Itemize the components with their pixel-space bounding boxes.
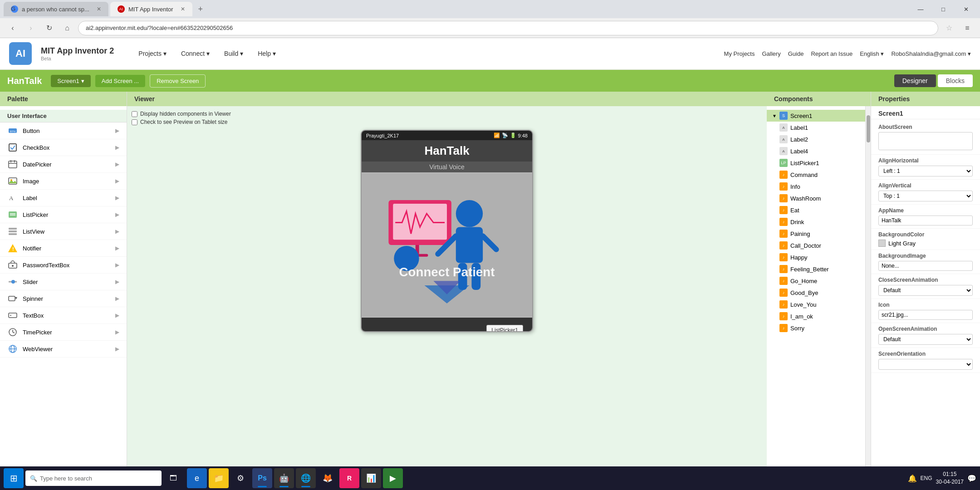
prop-icon-input[interactable]	[878, 310, 973, 320]
nav-build[interactable]: Build ▾	[218, 47, 250, 60]
label1-label: Label1	[790, 124, 808, 131]
hidden-components-checkbox[interactable]	[132, 111, 137, 117]
taskbar-app-firefox[interactable]: 🦊	[318, 468, 338, 488]
taskbar-notification-icon[interactable]: 💬	[967, 474, 976, 483]
comp-i-am-ok[interactable]: ♪ I_am_ok	[767, 310, 871, 322]
maximize-button[interactable]: □	[933, 2, 954, 16]
bookmark-button[interactable]: ☆	[942, 21, 956, 35]
palette-expand-notifier: ▶	[115, 245, 119, 251]
my-projects-link[interactable]: My Projects	[724, 50, 755, 57]
screen1-button[interactable]: Screen1 ▾	[51, 75, 90, 87]
remove-screen-button[interactable]: Remove Screen	[150, 74, 206, 88]
prop-screen-orient-select[interactable]	[878, 359, 973, 370]
language-selector[interactable]: English ▾	[860, 50, 884, 57]
comp-listpicker1[interactable]: LP ListPicker1	[767, 157, 871, 169]
comp-paining[interactable]: ♪ Paining	[767, 228, 871, 240]
prop-open-anim-select[interactable]: Default	[878, 334, 973, 345]
task-view-btn[interactable]: 🗔	[163, 468, 183, 488]
start-button[interactable]: ⊞	[4, 468, 24, 488]
designer-button[interactable]: Designer	[894, 74, 936, 87]
comp-label1[interactable]: A Label1	[767, 122, 871, 133]
palette-item-datepicker[interactable]: DatePicker ▶	[0, 156, 127, 173]
palette-item-timepicker[interactable]: TimePicker ▶	[0, 324, 127, 341]
taskbar-app-ps[interactable]: Ps	[252, 468, 272, 488]
hidden-components-option[interactable]: Display hidden components in Viewer	[132, 111, 762, 117]
mit-nav: Projects ▾ Connect ▾ Build ▾ Help ▾	[132, 47, 282, 60]
taskbar-search[interactable]: 🔍 Type here to search	[25, 470, 162, 486]
home-button[interactable]: ⌂	[60, 21, 74, 35]
comp-eat[interactable]: ♪ Eat	[767, 204, 871, 216]
gallery-link[interactable]: Gallery	[762, 50, 780, 57]
report-issue-link[interactable]: Report an Issue	[811, 50, 853, 57]
nav-help[interactable]: Help ▾	[251, 47, 282, 60]
address-bar[interactable]: ai2.appinventor.mit.edu/?locale=en#66352…	[78, 21, 938, 35]
palette-item-webviewer[interactable]: WebViewer ▶	[0, 341, 127, 358]
palette-item-passwordtextbox[interactable]: PasswordTextBox ▶	[0, 257, 127, 274]
palette-item-listpicker[interactable]: ListPicker ▶	[0, 206, 127, 223]
prop-close-anim-select[interactable]: Default	[878, 285, 973, 296]
user-account[interactable]: RoboShalaIndia@gmail.com ▾	[891, 50, 971, 57]
tablet-preview-checkbox[interactable]	[132, 119, 137, 125]
comp-drink[interactable]: ♪ Drink	[767, 216, 871, 228]
prop-appname-input[interactable]	[878, 216, 973, 225]
reload-button[interactable]: ↻	[42, 21, 56, 35]
comp-sorry[interactable]: ♪ Sorry	[767, 322, 871, 334]
svg-rect-3	[9, 161, 17, 168]
scroll-indicator[interactable]	[865, 106, 871, 471]
nav-projects[interactable]: Projects ▾	[132, 47, 173, 60]
tab-inactive[interactable]: G a person who cannot sp... ✕	[4, 2, 108, 16]
comp-love-you[interactable]: ♪ Love_You	[767, 299, 871, 310]
palette-item-checkbox[interactable]: CheckBox ▶	[0, 139, 127, 156]
back-button[interactable]: ‹	[5, 21, 20, 35]
forward-button[interactable]: ›	[24, 21, 38, 35]
add-screen-button[interactable]: Add Screen ...	[95, 75, 145, 87]
taskbar-app-settings[interactable]: ⚙	[230, 468, 250, 488]
prop-bgimage-input[interactable]	[878, 261, 973, 271]
palette-item-button[interactable]: BTN Button ▶	[0, 122, 127, 139]
new-tab-button[interactable]: +	[194, 3, 207, 15]
comp-command[interactable]: ♪ Command	[767, 169, 871, 181]
taskbar-app-app3[interactable]: ▶	[383, 468, 403, 488]
taskbar-app-edge[interactable]: e	[187, 468, 207, 488]
taskbar-app-explorer[interactable]: 📁	[209, 468, 229, 488]
comp-screen1[interactable]: ▼ S screen1	[767, 110, 871, 122]
nav-connect[interactable]: Connect ▾	[175, 47, 216, 60]
palette-item-label[interactable]: A Label ▶	[0, 190, 127, 206]
palette-item-image[interactable]: Image ▶	[0, 173, 127, 190]
scroll-thumb[interactable]	[867, 115, 870, 142]
comp-feeling-better[interactable]: ♪ Feeling_Better	[767, 263, 871, 275]
prop-about-input[interactable]	[878, 132, 973, 150]
tab-active[interactable]: AI MIT App Inventor ✕	[110, 2, 192, 16]
close-button[interactable]: ✕	[956, 2, 976, 16]
guide-link[interactable]: Guide	[788, 50, 804, 57]
comp-label2[interactable]: A Label2	[767, 133, 871, 145]
palette-item-slider[interactable]: Slider ▶	[0, 274, 127, 290]
comp-label4[interactable]: A Label4	[767, 145, 871, 157]
comp-info[interactable]: ♪ Info	[767, 181, 871, 192]
tablet-preview-option[interactable]: Check to see Preview on Tablet size	[132, 119, 762, 125]
comp-good-bye[interactable]: ♪ Good_Bye	[767, 287, 871, 299]
tab-close-2[interactable]: ✕	[181, 6, 185, 12]
comp-happy[interactable]: ♪ Happy	[767, 251, 871, 263]
menu-button[interactable]: ≡	[960, 21, 975, 35]
palette-item-textbox[interactable]: TextBox ▶	[0, 307, 127, 324]
prop-bgcolor-value[interactable]: Light Gray	[878, 240, 973, 247]
comp-call-doctor[interactable]: ♪ Call_Doctor	[767, 240, 871, 251]
blocks-button[interactable]: Blocks	[938, 74, 973, 87]
taskbar-app-app1[interactable]: R	[339, 468, 359, 488]
prop-align-v-select[interactable]: Top : 1	[878, 191, 973, 201]
screen1-collapse-icon[interactable]: ▼	[772, 113, 777, 118]
taskbar-app-robot[interactable]: 🤖	[274, 468, 294, 488]
tab-close-1[interactable]: ✕	[97, 6, 101, 12]
palette-item-spinner[interactable]: ▾ Spinner ▶	[0, 290, 127, 307]
svg-point-19	[12, 265, 14, 267]
comp-go-home[interactable]: ♪ Go_Home	[767, 275, 871, 287]
comp-washroom[interactable]: ♪ WashRoom	[767, 192, 871, 204]
palette-item-notifier[interactable]: ! Notifier ▶	[0, 240, 127, 257]
taskbar-app-chrome[interactable]: 🌐	[296, 468, 316, 488]
prop-align-h-select[interactable]: Left : 1	[878, 166, 973, 176]
taskbar-app-app2[interactable]: 📊	[361, 468, 381, 488]
palette-item-listview[interactable]: ListView ▶	[0, 223, 127, 240]
minimize-button[interactable]: —	[910, 2, 931, 16]
svg-rect-14	[9, 230, 17, 232]
